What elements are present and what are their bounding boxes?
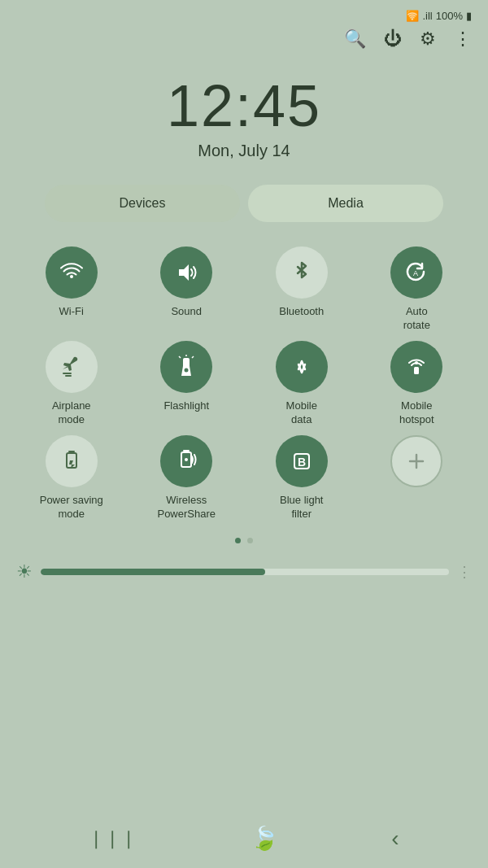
back-icon[interactable]: ‹ (391, 826, 399, 852)
hotspot-label: Mobilehotspot (399, 399, 434, 427)
svg-line-9 (192, 356, 194, 358)
svg-point-11 (415, 361, 418, 364)
qs-flashlight[interactable]: Flashlight (132, 341, 242, 427)
sound-label: Sound (171, 305, 202, 319)
wireless-share-icon (174, 449, 198, 473)
qs-airplane[interactable]: Airplanemode (16, 341, 127, 427)
bluetooth-icon (290, 260, 314, 285)
wifi-label: Wi-Fi (59, 305, 84, 319)
svg-line-8 (179, 356, 181, 358)
settings-icon[interactable]: ⚙ (420, 28, 436, 50)
mobile-data-icon-circle (276, 341, 328, 393)
status-bar: 🛜 .ill 100% ▮ (0, 0, 488, 25)
power-icon[interactable]: ⏻ (384, 28, 402, 50)
qs-wifi[interactable]: Wi-Fi (16, 246, 127, 333)
hotspot-icon-circle (390, 341, 442, 393)
mobile-data-icon (290, 355, 314, 379)
wifi-icon (59, 260, 84, 285)
signal-icon: .ill (422, 10, 432, 22)
bluetooth-label: Bluetooth (279, 305, 324, 319)
top-actions-bar: 🔍 ⏻ ⚙ ⋮ (0, 25, 488, 58)
wireless-share-label: WirelessPowerShare (157, 494, 216, 521)
qs-wireless-share[interactable]: WirelessPowerShare (132, 435, 242, 521)
wifi-status-icon: 🛜 (406, 10, 419, 22)
svg-text:B: B (298, 456, 306, 469)
qs-add[interactable] (362, 435, 473, 521)
page-dot-2 (247, 538, 253, 543)
clock-section: 12:45 Mon, July 14 (0, 58, 488, 185)
flashlight-icon (174, 355, 198, 379)
flashlight-label: Flashlight (163, 399, 209, 413)
bottom-nav: ❘❘❘ 🍃 ‹ (0, 813, 488, 868)
blue-light-icon-circle: B (276, 435, 328, 487)
search-icon[interactable]: 🔍 (344, 28, 366, 50)
wireless-share-icon-circle (160, 435, 212, 487)
qs-mobile-data[interactable]: Mobiledata (246, 341, 357, 427)
flashlight-icon-circle (160, 341, 212, 393)
battery-icon: ▮ (466, 10, 472, 22)
page-dots (235, 534, 253, 556)
qs-blue-light[interactable]: B Blue lightfilter (246, 435, 357, 521)
brightness-icon: ☀ (16, 561, 33, 582)
auto-rotate-icon-circle: A (390, 246, 442, 299)
airplane-label: Airplanemode (52, 399, 91, 427)
airplane-icon (59, 355, 84, 379)
add-icon-circle (390, 435, 442, 487)
svg-marker-0 (179, 264, 189, 281)
plus-icon (404, 449, 429, 473)
svg-point-6 (185, 368, 189, 372)
battery-percentage: 100% (436, 10, 463, 22)
qs-sound[interactable]: Sound (132, 246, 242, 333)
tab-devices[interactable]: Devices (45, 185, 240, 222)
sound-icon-circle (160, 246, 212, 299)
qs-bluetooth[interactable]: Bluetooth (246, 246, 357, 333)
power-saving-label: Power savingmode (40, 494, 103, 521)
quick-settings-grid: Wi-Fi Sound Bluetooth A (0, 238, 488, 534)
recent-apps-icon[interactable]: ❘❘❘ (89, 828, 137, 849)
auto-rotate-label: Autorotate (403, 305, 430, 333)
power-saving-icon-circle (46, 435, 98, 487)
airplane-icon-circle (46, 341, 98, 393)
brightness-slider-fill (41, 569, 265, 575)
svg-text:A: A (413, 269, 418, 277)
svg-rect-10 (414, 367, 419, 374)
sound-icon (174, 260, 198, 285)
mobile-data-label: Mobiledata (286, 399, 317, 427)
rotate-icon: A (404, 260, 429, 285)
home-icon[interactable]: 🍃 (251, 825, 279, 852)
status-icons: 🛜 .ill 100% ▮ (406, 10, 472, 22)
bluetooth-icon-circle (276, 246, 328, 299)
clock-time: 12:45 (167, 74, 321, 138)
more-options-icon[interactable]: ⋮ (454, 28, 472, 50)
tabs-row: Devices Media (0, 185, 488, 238)
qs-power-saving[interactable]: Power savingmode (16, 435, 127, 521)
blue-light-label: Blue lightfilter (280, 494, 323, 521)
brightness-more-icon[interactable]: ⋮ (457, 563, 472, 581)
page-dot-1 (235, 538, 241, 543)
brightness-slider-track[interactable] (41, 569, 449, 575)
hotspot-icon (404, 355, 429, 379)
qs-hotspot[interactable]: Mobilehotspot (362, 341, 473, 427)
brightness-slider-row: ☀ ⋮ (0, 556, 488, 599)
qs-auto-rotate[interactable]: A Autorotate (362, 246, 473, 333)
clock-date: Mon, July 14 (198, 142, 290, 160)
blue-light-icon: B (290, 449, 314, 473)
power-saving-icon (59, 449, 84, 473)
svg-point-16 (185, 458, 188, 461)
tab-media[interactable]: Media (248, 185, 443, 222)
wifi-icon-circle (46, 246, 98, 299)
